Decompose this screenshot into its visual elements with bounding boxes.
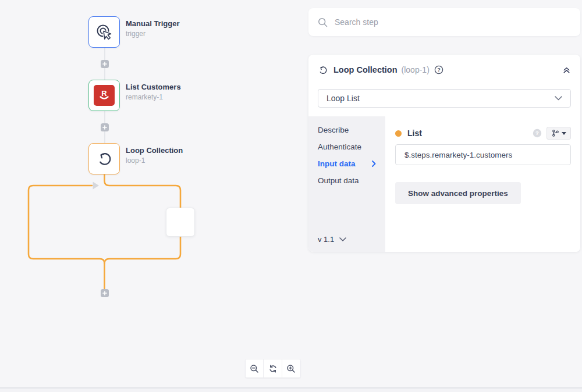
mapping-mode-dropdown[interactable]: [546, 127, 571, 140]
tab-output-data[interactable]: Output data: [308, 172, 385, 189]
node-subtitle: trigger: [126, 30, 179, 38]
loop-direction-arrow-icon: [93, 182, 100, 190]
svg-text:?: ?: [437, 67, 441, 73]
operation-value: Loop List: [327, 94, 360, 103]
zoom-in-icon: [286, 364, 296, 373]
reset-view-icon: [268, 364, 278, 373]
double-chevron-up-icon: [562, 66, 571, 74]
plus-icon: [102, 125, 107, 130]
node-label-loop-collection: Loop Collection loop-1: [126, 147, 183, 165]
tab-input-data[interactable]: Input data: [308, 155, 385, 172]
tab-authenticate[interactable]: Authenticate: [308, 138, 385, 155]
panel-title: Loop Collection: [333, 65, 398, 74]
search-input[interactable]: [335, 17, 571, 27]
node-subtitle: loop-1: [126, 157, 183, 165]
chevron-down-icon: [339, 237, 346, 242]
node-label-list-customers: List Customers remarkety-1: [126, 83, 181, 101]
panel-help-button[interactable]: ?: [434, 65, 443, 74]
version-selector[interactable]: v 1.1: [318, 235, 346, 244]
loop-return-path: [29, 186, 105, 263]
step-config-panel: Loop Collection (loop-1) ? Loop List: [308, 55, 580, 252]
list-value-input[interactable]: [395, 144, 571, 165]
workflow-builder: Manual Trigger trigger R List Customers …: [0, 0, 582, 392]
collapse-panel-button[interactable]: [562, 66, 571, 74]
chevron-right-icon: [372, 161, 376, 167]
reset-view-button[interactable]: [264, 359, 282, 377]
add-step-button[interactable]: [101, 60, 109, 68]
zoom-in-button[interactable]: [282, 359, 300, 377]
panel-sidebar: Describe Authenticate Input data Output …: [308, 116, 385, 252]
node-manual-trigger[interactable]: [88, 16, 120, 48]
tab-label: Output data: [318, 177, 359, 185]
add-step-button[interactable]: [101, 289, 109, 297]
field-label: List: [407, 129, 422, 138]
step-search-bar: [308, 8, 580, 36]
loop-drop-zone[interactable]: [166, 208, 195, 237]
caret-down-icon: [562, 132, 566, 135]
plus-icon: [102, 62, 107, 66]
help-icon: ?: [434, 65, 443, 74]
panel-header: Loop Collection (loop-1) ?: [308, 55, 580, 76]
svg-text:?: ?: [535, 130, 539, 136]
tab-describe[interactable]: Describe: [308, 122, 385, 138]
required-field-dot: [395, 130, 402, 137]
node-title: List Customers: [126, 83, 181, 91]
field-help-button[interactable]: ?: [533, 129, 542, 138]
input-data-content: List ?: [385, 116, 580, 252]
help-icon: ?: [533, 129, 542, 138]
remarkety-logo-icon: R: [94, 85, 115, 106]
chevron-down-icon: [555, 96, 562, 101]
tab-label: Describe: [318, 126, 349, 134]
field-row-list: List ?: [395, 127, 571, 140]
node-list-customers[interactable]: R: [88, 80, 120, 111]
panel-step-id: (loop-1): [402, 65, 430, 74]
operation-select[interactable]: Loop List: [318, 89, 571, 108]
version-label: v 1.1: [318, 235, 334, 244]
node-subtitle: remarkety-1: [126, 94, 181, 101]
search-icon: [318, 17, 328, 27]
node-loop-collection[interactable]: [88, 143, 120, 174]
tab-label: Input data: [318, 160, 356, 168]
show-advanced-properties-button[interactable]: Show advanced properties: [395, 182, 521, 204]
plus-icon: [102, 291, 107, 295]
add-step-button[interactable]: [101, 123, 109, 131]
zoom-out-button[interactable]: [246, 359, 264, 377]
loop-icon: [318, 65, 328, 75]
tab-label: Authenticate: [318, 143, 361, 151]
bottom-strip: [0, 389, 582, 392]
git-branch-icon: [552, 129, 559, 137]
node-title: Manual Trigger: [126, 20, 179, 28]
svg-text:R: R: [101, 89, 107, 98]
zoom-out-icon: [250, 364, 259, 373]
canvas-zoom-toolbar: [245, 359, 301, 378]
node-label-manual-trigger: Manual Trigger trigger: [126, 20, 179, 38]
loop-icon: [96, 151, 112, 167]
manual-trigger-icon: [95, 23, 113, 41]
node-title: Loop Collection: [126, 147, 183, 155]
panel-body: Describe Authenticate Input data Output …: [308, 116, 580, 252]
